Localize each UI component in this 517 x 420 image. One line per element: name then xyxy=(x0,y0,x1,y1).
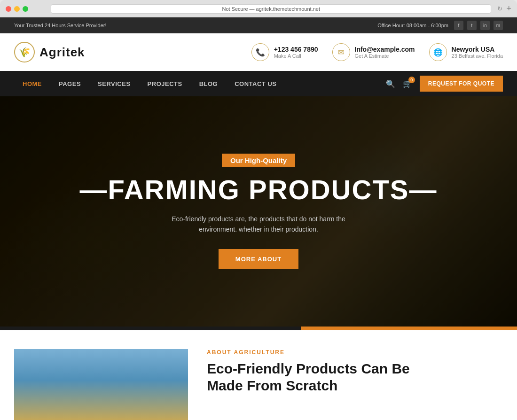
location-icon: 🌐 xyxy=(429,43,447,61)
office-hours: Office Hour: 08:00am - 6:00pm xyxy=(377,23,448,28)
email-label: Get A Estimate xyxy=(355,53,415,59)
logo-text: Agritek xyxy=(39,45,85,60)
phone-icon: 📞 xyxy=(251,43,269,61)
header-contacts: 📞 +123 456 7890 Make A Call ✉ Info@examp… xyxy=(251,43,503,61)
nav-services[interactable]: SERVICES xyxy=(89,71,139,96)
location-info: Newyork USA 23 Belfast ave. Florida xyxy=(452,46,503,59)
website-content: Your Trusted 24 Hours Service Provider! … xyxy=(0,17,517,420)
browser-window: Not Secure — agritek.themetechmount.net … xyxy=(0,0,517,420)
twitter-icon[interactable]: t xyxy=(467,21,477,30)
about-text: ABOUT AGRICULTURE Eco-Friendly Products … xyxy=(207,349,503,394)
email-icon: ✉ xyxy=(332,43,350,61)
about-label: ABOUT AGRICULTURE xyxy=(207,349,503,356)
main-nav: HOME PAGES SERVICES PROJECTS BLOG CONTAC… xyxy=(0,71,517,96)
nav-blog[interactable]: BLOG xyxy=(191,71,227,96)
linkedin-icon[interactable]: in xyxy=(480,21,490,30)
topbar-message: Your Trusted 24 Hours Service Provider! xyxy=(14,23,106,28)
nav-pages[interactable]: PAGES xyxy=(50,71,89,96)
cart-wrap[interactable]: 🛒 0 xyxy=(403,79,412,88)
orange-accent-bar xyxy=(301,327,517,330)
location-address: 23 Belfast ave. Florida xyxy=(452,53,503,59)
browser-titlebar: Not Secure — agritek.themetechmount.net … xyxy=(0,4,517,17)
nav-right: 🔍 🛒 0 REQUEST FOR QUOTE xyxy=(386,76,503,92)
search-icon[interactable]: 🔍 xyxy=(386,79,395,88)
minimize-button[interactable] xyxy=(14,6,20,12)
about-title: Eco-Friendly Products Can BeMade From Sc… xyxy=(207,360,503,394)
hero-subtitle: Eco-friendly products are, the products … xyxy=(169,214,348,235)
location-city: Newyork USA xyxy=(452,46,503,53)
phone-number: +123 456 7890 xyxy=(274,46,318,53)
cart-badge: 0 xyxy=(408,77,415,83)
facebook-icon[interactable]: f xyxy=(454,21,463,30)
hero-content: Our High-Quality —FARMING PRODUCTS— Eco-… xyxy=(0,96,517,327)
hero-cta-button[interactable]: MORE ABOUT xyxy=(219,249,298,269)
refresh-icon[interactable]: ↻ xyxy=(497,5,502,12)
instagram-icon[interactable]: m xyxy=(494,21,503,30)
about-image xyxy=(14,349,188,420)
hero-tag: Our High-Quality xyxy=(222,154,295,167)
close-button[interactable] xyxy=(6,6,11,12)
site-header: 🌾 Agritek 📞 +123 456 7890 Make A Call ✉ … xyxy=(0,33,517,71)
window-controls xyxy=(6,6,28,12)
email-address: Info@example.com xyxy=(355,46,415,53)
topbar: Your Trusted 24 Hours Service Provider! … xyxy=(0,17,517,33)
nav-projects[interactable]: PROJECTS xyxy=(139,71,191,96)
contact-location: 🌐 Newyork USA 23 Belfast ave. Florida xyxy=(429,43,503,61)
contact-email: ✉ Info@example.com Get A Estimate xyxy=(332,43,415,61)
topbar-right: Office Hour: 08:00am - 6:00pm f t in m xyxy=(377,21,503,30)
hero-title: —FARMING PRODUCTS— xyxy=(80,176,438,204)
contact-phone: 📞 +123 456 7890 Make A Call xyxy=(251,43,318,61)
about-section: ABOUT AGRICULTURE Eco-Friendly Products … xyxy=(0,330,517,420)
maximize-button[interactable] xyxy=(23,6,28,12)
quote-button[interactable]: REQUEST FOR QUOTE xyxy=(420,76,503,92)
social-links: f t in m xyxy=(454,21,503,30)
address-bar[interactable]: Not Secure — agritek.themetechmount.net xyxy=(51,4,491,14)
logo-icon: 🌾 xyxy=(14,42,35,62)
email-info: Info@example.com Get A Estimate xyxy=(355,46,415,59)
phone-label: Make A Call xyxy=(274,53,318,59)
nav-contact[interactable]: CONTACT US xyxy=(226,71,285,96)
logo[interactable]: 🌾 Agritek xyxy=(14,42,85,62)
nav-home[interactable]: HOME xyxy=(14,71,50,96)
phone-info: +123 456 7890 Make A Call xyxy=(274,46,318,59)
nav-links: HOME PAGES SERVICES PROJECTS BLOG CONTAC… xyxy=(14,71,285,96)
new-tab-button[interactable]: + xyxy=(506,4,511,14)
hero-section: Our High-Quality —FARMING PRODUCTS— Eco-… xyxy=(0,96,517,327)
